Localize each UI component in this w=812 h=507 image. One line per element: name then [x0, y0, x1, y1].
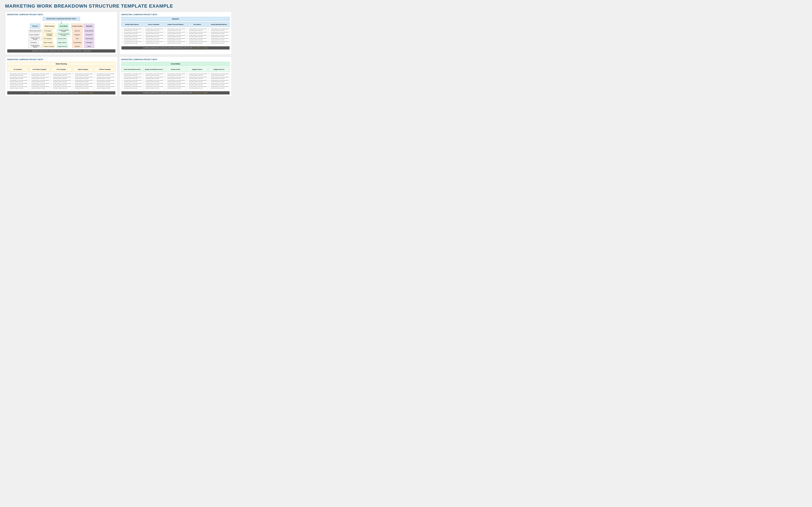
- q3-footer-highlight: ACTIVITY 2, TASKS: [80, 92, 94, 94]
- research-body-5: Provide details to communicate specific …: [208, 27, 230, 45]
- sub-research-5: Identify Marketing Platforms: [29, 45, 42, 48]
- sub-content-3: Videos: [72, 37, 83, 40]
- sub-social-1: Create Social Media Accounts: [57, 29, 70, 33]
- quadrant-activity3: MARKETING CAMPAIGN PROJECT BETA Social M…: [119, 56, 232, 97]
- branch-reporting: Reporting Survey Audience Survey Client …: [84, 24, 94, 48]
- sub-research-3: Analyze Consumer Behavior: [29, 37, 42, 40]
- sub-reporting-2: Survey Client: [84, 33, 94, 36]
- sub-research-4: Poll Audience: [29, 41, 39, 44]
- research-headers: Identify Target Audience Assess Competit…: [121, 22, 230, 27]
- media-h3: Print Campaigns: [51, 67, 72, 72]
- sub-media-1: Ad Campaigns: [43, 29, 53, 33]
- q1-title: MARKETING CAMPAIGN PROJECT BETA: [7, 14, 115, 15]
- q1-footer: EXAMPLE MARKETING CAMPAIGN WORK BREAKDOW…: [7, 49, 115, 53]
- media-body-2: Provide details to communicate specific …: [29, 72, 50, 90]
- quadrant-overview: MARKETING CAMPAIGN PROJECT BETA MARKETIN…: [5, 11, 117, 55]
- q3-title: MARKETING CAMPAIGN PROJECT BETA: [7, 59, 115, 60]
- branch-label-media: Media Planning: [44, 24, 55, 29]
- media-body-1: Provide details to communicate specific …: [7, 72, 29, 90]
- q3-footer: EXAMPLE MARKETING CAMPAIGN WORK BREAKDOW…: [7, 91, 115, 95]
- sub-reporting-4: Presentation: [84, 41, 94, 44]
- research-body-4: Provide details to communicate specific …: [187, 27, 208, 45]
- sub-content-5: Newsletter: [72, 45, 83, 48]
- sub-social-3: Develop Content: [57, 37, 67, 40]
- social-body-3: Provide details to communicate specific …: [165, 72, 186, 90]
- branches-row: Research Identify Target Audience Assess…: [7, 24, 115, 48]
- sub-research-2: Assess Competition: [29, 33, 40, 36]
- activity1-root: Research: [121, 17, 230, 21]
- research-body-2: Provide details to communicate specific …: [143, 27, 164, 45]
- research-h4: Poll Audience: [187, 22, 208, 27]
- q4-title: MARKETING CAMPAIGN PROJECT BETA: [121, 59, 230, 60]
- research-body-3: Provide details to communicate specific …: [165, 27, 186, 45]
- sub-branches-research: Identify Target Audience Assess Competit…: [29, 29, 42, 48]
- social-h1: Create Social Media Accounts: [121, 67, 143, 72]
- social-headers: Create Social Media Accounts Manage Soci…: [121, 67, 230, 72]
- branch-label-research: Research: [30, 24, 40, 29]
- quadrant-activity2: MARKETING CAMPAIGN PROJECT BETA Media Pl…: [5, 56, 117, 97]
- media-h2: Social Media Campaigns: [29, 67, 50, 72]
- branch-label-reporting: Reporting: [84, 24, 94, 29]
- research-h1: Identify Target Audience: [121, 22, 143, 27]
- sub-content-2: Infographics: [72, 33, 83, 36]
- sub-reporting-5: Debrief: [84, 45, 94, 48]
- branch-label-social: Social Media: [58, 24, 69, 29]
- social-body-2: Provide details to communicate specific …: [143, 72, 164, 90]
- media-body-4: Provide details to communicate specific …: [72, 72, 94, 90]
- activity2-root: Media Planning: [7, 62, 115, 66]
- media-body-5: Provide details to communicate specific …: [94, 72, 115, 90]
- sub-branches-reporting: Survey Audience Survey Client Client Mee…: [84, 29, 94, 48]
- social-h4: Engage Followers: [187, 67, 208, 72]
- sub-media-5: TV/Radio Campaigns: [43, 45, 55, 48]
- media-body: Provide details to communicate specific …: [7, 72, 115, 90]
- sub-content-1: Blog Posts: [72, 29, 83, 33]
- sub-social-2: Manage Social Media Accounts: [57, 33, 70, 36]
- media-body-3: Provide details to communicate specific …: [51, 72, 72, 90]
- branch-research: Research Identify Target Audience Assess…: [29, 24, 42, 48]
- branch-label-content: Content Creation: [71, 24, 84, 29]
- quadrant-grid: MARKETING CAMPAIGN PROJECT BETA MARKETIN…: [5, 11, 232, 97]
- activity2-section: Media Planning Ad Campaigns Social Media…: [7, 62, 115, 90]
- research-h5: Identify Marketing Platforms: [208, 22, 230, 27]
- social-body: Provide details to communicate specific …: [121, 72, 230, 90]
- q4-footer: EXAMPLE MARKETING CAMPAIGN WORK BREAKDOW…: [121, 91, 230, 95]
- sub-research-1: Identify Target Audience: [29, 29, 42, 33]
- sub-social-4: Engage Followers: [57, 41, 67, 44]
- sub-reporting-1: Survey Audience: [84, 29, 94, 33]
- activity1-section: Research Identify Target Audience Assess…: [121, 17, 230, 45]
- media-headers: Ad Campaigns Social Media Campaigns Prin…: [7, 67, 115, 72]
- sub-social-5: Engage Influencers: [57, 45, 68, 48]
- wbs-tree: MARKETING CAMPAIGN PROJECT BETA Research…: [7, 17, 115, 48]
- social-body-5: Provide details to communicate specific …: [208, 72, 230, 90]
- quadrant-activity1: MARKETING CAMPAIGN PROJECT BETA Research…: [119, 11, 232, 55]
- social-body-1: Provide details to communicate specific …: [121, 72, 143, 90]
- page-title: MARKETING WORK BREAKDOWN STRUCTURE TEMPL…: [5, 3, 232, 9]
- social-h3: Develop Content: [165, 67, 186, 72]
- research-body-1: Provide details to communicate specific …: [121, 27, 143, 45]
- sub-media-3: Print Campaigns: [43, 37, 53, 40]
- branch-social: Social Media Create Social Media Account…: [57, 24, 70, 48]
- social-body-4: Provide details to communicate specific …: [187, 72, 208, 90]
- media-h5: TV/Radio Campaigns: [94, 67, 115, 72]
- social-h2: Manage Social Media Accounts: [143, 67, 164, 72]
- sub-reporting-3: Client Meeting: [84, 37, 94, 40]
- wbs-root: MARKETING CAMPAIGN PROJECT BETA: [43, 17, 80, 20]
- sub-branches-social: Create Social Media Accounts Manage Soci…: [57, 29, 70, 48]
- research-h3: Analyze Consumer Behavior: [165, 22, 186, 27]
- sub-branches-media: Ad Campaigns Social Media Campaigns Prin…: [43, 29, 56, 48]
- media-h4: Digital Campaigns: [72, 67, 94, 72]
- sub-branches-content: Blog Posts Infographics Videos Email Mar…: [72, 29, 83, 48]
- sub-media-2: Social Media Campaigns: [43, 33, 56, 36]
- research-body: Provide details to communicate specific …: [121, 27, 230, 45]
- research-h2: Assess Competition: [143, 22, 164, 27]
- media-h1: Ad Campaigns: [7, 67, 29, 72]
- q2-footer: EXAMPLE MARKETING CAMPAIGN WORK BREAKDOW…: [121, 46, 230, 50]
- sub-content-4: Email Marketing: [72, 41, 83, 44]
- branch-media: Media Planning Ad Campaigns Social Media…: [43, 24, 56, 48]
- q4-footer-highlight: ACTIVITY 3, TASKS: [194, 92, 208, 94]
- q2-title: MARKETING CAMPAIGN PROJECT BETA: [121, 14, 230, 15]
- social-h5: Engage Influencers: [208, 67, 230, 72]
- branch-content: Content Creation Blog Posts Infographics…: [71, 24, 84, 48]
- activity3-root: Social Media: [121, 62, 230, 66]
- activity3-section: Social Media Create Social Media Account…: [121, 62, 230, 90]
